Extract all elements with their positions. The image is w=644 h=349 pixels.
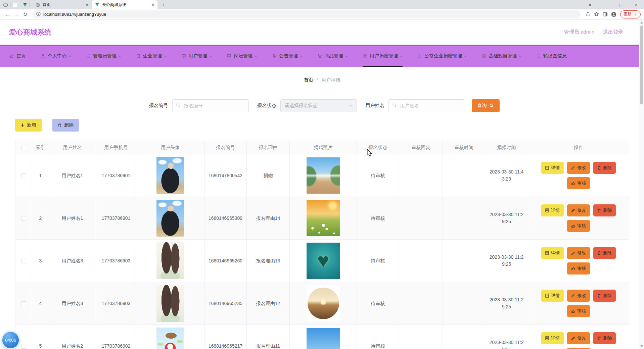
search-icon [392, 103, 397, 109]
cell-reg-no: 1680146965260 [204, 240, 247, 282]
browser-tab-home[interactable]: 首页 × [32, 0, 92, 9]
reload-button[interactable]: ↻ [21, 10, 30, 19]
user-avatar-image [156, 285, 184, 322]
reg-no-input[interactable] [172, 99, 249, 112]
audit-button[interactable]: 审核 [567, 177, 590, 189]
header-photo: 捐赠照片 [290, 141, 357, 154]
nav-item-user-mgmt[interactable]: 用户管理 [181, 46, 212, 67]
row-delete-button[interactable]: 删除 [593, 204, 616, 216]
header-reg-no: 报名编号 [204, 141, 247, 154]
cell-index: 4 [32, 282, 49, 325]
cell-status: 待审核 [357, 240, 399, 282]
bookmark-star-icon[interactable] [592, 10, 601, 19]
side-panel-icon[interactable] [601, 10, 609, 19]
forward-button[interactable]: → [12, 10, 21, 19]
window-maximize-button[interactable]: □ [613, 0, 629, 9]
audit-button[interactable]: 审核 [567, 262, 590, 275]
edit-button[interactable]: 修改 [567, 162, 590, 174]
nav-item-base-data-mgmt[interactable]: 基础数据管理 [481, 46, 521, 67]
query-button[interactable]: 查询 [472, 99, 500, 112]
header-name: 用户姓名 [49, 141, 96, 154]
audit-button[interactable]: 审核 [567, 348, 590, 349]
detail-button[interactable]: 详情 [541, 204, 564, 216]
browser-tab-active[interactable]: 爱心商城系统 × [92, 0, 157, 9]
edit-button[interactable]: 修改 [567, 332, 590, 344]
row-checkbox[interactable] [21, 259, 26, 263]
nav-item-carousel-info[interactable]: 轮播图信息 [536, 46, 567, 67]
audit-label: 审核 [577, 180, 586, 186]
donation-table: 索引 用户姓名 用户手机号 用户头像 报名编号 报名理由 捐赠照片 报名状态 审… [15, 141, 629, 349]
nav-item-personal-center[interactable]: 个人中心 [41, 46, 71, 67]
nav-item-forum-mgmt[interactable]: 论坛管理 [227, 46, 257, 67]
row-checkbox[interactable] [21, 301, 26, 306]
cell-name: 用户姓名1 [49, 154, 96, 197]
nav-item-admin-mgmt[interactable]: 管理员管理 [86, 46, 121, 67]
site-info-icon[interactable] [36, 11, 41, 17]
row-delete-button[interactable]: 删除 [593, 162, 616, 174]
detail-button[interactable]: 详情 [541, 290, 564, 302]
page-preview-icon[interactable] [12, 2, 18, 7]
vue-logo-icon[interactable] [22, 2, 28, 7]
nav-label: 公益企业捐赠管理 [424, 53, 462, 59]
tab-search-chevron-icon[interactable]: ∨ [582, 0, 598, 9]
nav-item-notice-mgmt[interactable]: 公告管理 [272, 46, 303, 67]
close-icon[interactable]: × [86, 2, 88, 7]
breadcrumb-home[interactable]: 首页 [304, 77, 313, 83]
delete-button[interactable]: 删除 [52, 119, 79, 132]
share-icon[interactable] [583, 10, 592, 19]
user-name-input[interactable] [388, 99, 465, 112]
edit-button[interactable]: 修改 [567, 204, 590, 216]
scroll-up-arrow-icon[interactable] [640, 21, 643, 23]
nav-item-goods-mgmt[interactable]: 商品管理 [317, 46, 348, 67]
row-delete-button[interactable]: 删除 [593, 290, 616, 302]
window-close-button[interactable]: × [629, 0, 644, 9]
back-button[interactable]: ← [3, 10, 12, 19]
nav-item-home[interactable]: 首页 [9, 46, 26, 67]
add-button[interactable]: 新增 [15, 119, 42, 132]
select-all-checkbox[interactable] [21, 146, 26, 150]
document-icon [545, 208, 549, 212]
detail-button[interactable]: 详情 [541, 332, 564, 344]
row-checkbox[interactable] [21, 216, 26, 221]
row-checkbox[interactable] [21, 173, 26, 178]
tab-title: 首页 [43, 2, 83, 8]
row-delete-button[interactable]: 删除 [593, 247, 616, 259]
audit-button[interactable]: 审核 [567, 305, 590, 317]
page-scrollbar[interactable] [639, 19, 644, 349]
scrollbar-thumb[interactable] [640, 26, 643, 104]
scroll-down-arrow-icon[interactable] [640, 345, 643, 347]
edit-button[interactable]: 修改 [567, 247, 590, 259]
cell-select [15, 154, 32, 197]
status-select[interactable]: 请选择报名状态 [280, 99, 357, 112]
logout-link[interactable]: 退出登录 [603, 29, 623, 35]
detail-label: 详情 [551, 207, 560, 213]
nav-item-charity-donation-mgmt[interactable]: 公益企业捐赠管理 [417, 46, 467, 67]
url-text: localhost:8081/#/juanzengYuyue [43, 12, 106, 17]
edit-button[interactable]: 修改 [567, 290, 590, 302]
row-checkbox[interactable] [21, 344, 26, 349]
cell-reason: 报名理由12 [247, 282, 290, 325]
header-reason: 报名理由 [247, 141, 290, 154]
recording-timer-badge[interactable]: 04:06 [1, 331, 20, 349]
status-select-placeholder: 请选择报名状态 [285, 103, 318, 109]
url-bar[interactable]: localhost:8081/#/juanzengYuyue [32, 10, 581, 18]
nav-item-user-donation-mgmt[interactable]: 用户捐赠管理 [363, 46, 403, 67]
detail-button[interactable]: 详情 [541, 247, 564, 259]
chevron-down-icon [68, 55, 71, 57]
nav-item-enterprise-mgmt[interactable]: 企业管理 [136, 46, 167, 67]
cell-status: 待审核 [357, 282, 399, 325]
chevron-down-icon [345, 55, 348, 57]
profile-avatar-icon[interactable] [609, 10, 618, 19]
nav-label: 个人中心 [48, 53, 66, 59]
audit-button[interactable]: 审核 [567, 220, 590, 232]
new-tab-button[interactable]: + [159, 1, 168, 9]
globe-icon[interactable] [3, 2, 8, 7]
browser-update-button[interactable]: 更新 ⋮ [620, 10, 641, 18]
close-icon[interactable]: × [151, 2, 154, 7]
kebab-menu-icon[interactable]: ⋮ [633, 12, 637, 17]
row-delete-button[interactable]: 删除 [593, 332, 616, 344]
window-minimize-button[interactable]: − [598, 0, 613, 9]
header-status: 报名状态 [357, 141, 399, 154]
plus-icon [20, 123, 25, 127]
detail-button[interactable]: 详情 [541, 162, 564, 174]
